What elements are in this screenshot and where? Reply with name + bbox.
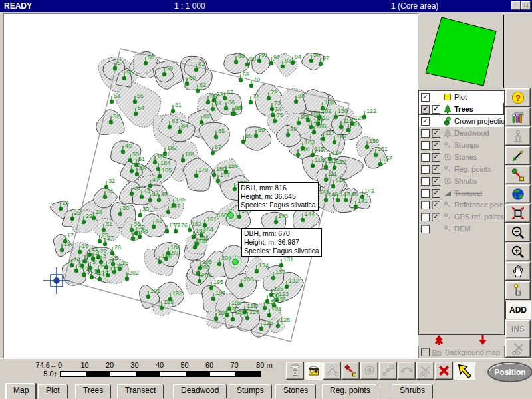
tab-stones[interactable]: Stones	[275, 384, 316, 398]
layer-row-transect[interactable]: ✓Transect	[419, 187, 504, 199]
tree-number-label: 128	[247, 303, 257, 309]
tree-number-label: 160	[217, 212, 227, 219]
tree-marker[interactable]: 70	[249, 76, 260, 88]
scale-tick-label: 20	[106, 361, 114, 369]
map-viewport[interactable]: 5756585961606253555452495051636465666768…	[3, 13, 418, 358]
tree-number-label: 179	[198, 166, 208, 173]
layer-row-gps-ref-points[interactable]: ✓GPS ref. points	[419, 211, 504, 223]
tree-number-label: 187	[170, 203, 180, 209]
tree-number-label: 40	[135, 229, 142, 236]
tree-number-label: 152	[382, 155, 392, 162]
tree-number-label: 103	[305, 139, 315, 146]
layer-row-shrubs[interactable]: ✓Shrubs	[419, 175, 504, 187]
layer-checkbox-2[interactable]: ✓	[432, 177, 440, 186]
snap-button[interactable]	[505, 166, 531, 184]
help-button[interactable]: ?	[505, 88, 531, 107]
tree-marker[interactable]: 26	[110, 244, 121, 255]
layer-label: Reference points	[454, 201, 509, 209]
layer-checkbox-2[interactable]: ✓	[432, 213, 440, 221]
layer-row-plot[interactable]: ✓Plot	[419, 91, 504, 103]
scale-tick-label: 30	[130, 361, 138, 369]
map-canvas[interactable]: 5756585961606253555452495051636465666768…	[4, 14, 416, 356]
layer-row-crown-projections[interactable]: ✓Crown projections	[419, 115, 504, 127]
globe-icon	[511, 187, 525, 201]
layer-checkbox-1[interactable]	[421, 177, 430, 186]
snap2-button[interactable]	[342, 362, 360, 380]
tab-stumps[interactable]: Stumps	[229, 384, 272, 398]
tree-number-label: 146	[328, 191, 338, 198]
layer-checkbox-1[interactable]	[421, 189, 430, 198]
layer-checkbox-1[interactable]	[421, 141, 430, 150]
layer-row-reference-points[interactable]: ✓Reference points	[419, 199, 504, 211]
tree-number-label: 11	[94, 268, 100, 275]
tree-number-label: 202	[129, 269, 139, 276]
tab-reg-points[interactable]: Reg. points	[322, 384, 378, 398]
tab-transect[interactable]: Transect	[117, 384, 164, 398]
cut2-button	[416, 362, 434, 380]
tree-number-label: 150	[369, 138, 379, 144]
tab-shrubs[interactable]: Shrubs	[392, 384, 433, 398]
tree-number-label: 85	[218, 128, 225, 134]
layer-visibility-checkbox[interactable]	[421, 225, 430, 233]
minimize-button[interactable]: -	[511, 1, 521, 10]
layer-row-stumps[interactable]: ✓Stumps	[419, 139, 504, 151]
layer-checkbox-2[interactable]: ✓	[432, 201, 440, 209]
layer-checkbox-2[interactable]: ✓	[432, 129, 440, 138]
layer-checkbox-2[interactable]: ✓	[432, 189, 440, 198]
deadwood-icon	[443, 128, 452, 138]
tree-number-label: 32	[108, 178, 115, 184]
nw-arrow-button[interactable]	[454, 362, 475, 380]
maximize-button[interactable]: □	[521, 1, 531, 10]
layer-row-reg-points[interactable]: ✓Reg. points	[419, 163, 504, 175]
tab-deadwood[interactable]: Deadwood	[173, 384, 227, 398]
layer-visibility-checkbox[interactable]: ✓	[421, 93, 430, 102]
tab-trees[interactable]: Trees	[75, 384, 111, 398]
camera-button[interactable]	[305, 362, 323, 380]
layer-checkbox-2[interactable]: ✓	[432, 105, 440, 114]
layer-row-stones[interactable]: ✓Stones	[419, 151, 504, 163]
tree-marker[interactable]: 131	[279, 256, 293, 267]
tools-button[interactable]	[505, 108, 531, 126]
layer-checkbox-1[interactable]	[421, 129, 430, 138]
tree-number-label: 92	[273, 54, 280, 61]
add-button[interactable]: ADD	[505, 301, 531, 319]
layer-row-trees[interactable]: ✓✓Trees	[419, 103, 504, 115]
layer-checkbox-1[interactable]	[421, 153, 430, 162]
tree-marker[interactable]: 81	[171, 102, 182, 113]
layer-label: DEM	[454, 225, 470, 233]
position-button[interactable]: Position	[487, 362, 532, 382]
layer-checkbox-2[interactable]: ✓	[432, 153, 440, 162]
measure-button[interactable]	[505, 146, 531, 165]
layer-checkbox-1[interactable]	[421, 165, 430, 174]
tree-number-label: 28	[96, 209, 102, 215]
layer-checkbox-1[interactable]	[421, 213, 430, 221]
layer-row-deadwood[interactable]: ✓Deadwood	[419, 127, 504, 139]
zoom-out-button[interactable]	[505, 223, 531, 242]
layer-checkbox-1[interactable]: ✓	[421, 105, 430, 114]
layer-checkbox-2[interactable]: ✓	[432, 165, 440, 174]
zoom-in-button[interactable]	[505, 243, 531, 261]
layer-row-dem[interactable]: DEM	[419, 223, 504, 235]
pin-button[interactable]	[505, 281, 531, 300]
scale-bar-strip	[60, 371, 261, 377]
tree-number-label: 55	[137, 92, 144, 99]
overview-map[interactable]	[420, 15, 504, 88]
tree-number-label: 67	[227, 89, 233, 96]
station-button[interactable]	[286, 362, 304, 380]
layer-visibility-checkbox[interactable]: ✓	[421, 117, 430, 126]
tab-map[interactable]: Map	[5, 383, 37, 399]
tree-number-label: 126	[280, 317, 290, 323]
layer-arrows-canvas	[418, 334, 505, 346]
world-button[interactable]	[505, 185, 531, 203]
tab-plot[interactable]: Plot	[38, 384, 68, 398]
zoom-extent-button[interactable]	[505, 204, 531, 223]
layer-checkbox-2[interactable]: ✓	[432, 141, 440, 150]
background-map-checkbox[interactable]	[421, 348, 430, 356]
tree-number-label: 23	[74, 209, 81, 216]
delete-button[interactable]	[435, 362, 453, 380]
tree-number-label: 49	[125, 142, 132, 149]
pan-button[interactable]	[505, 262, 531, 281]
background-map-row[interactable]: Background map	[418, 346, 505, 358]
layer-checkbox-1[interactable]	[421, 201, 430, 209]
tree-number-label: 190	[162, 253, 172, 259]
